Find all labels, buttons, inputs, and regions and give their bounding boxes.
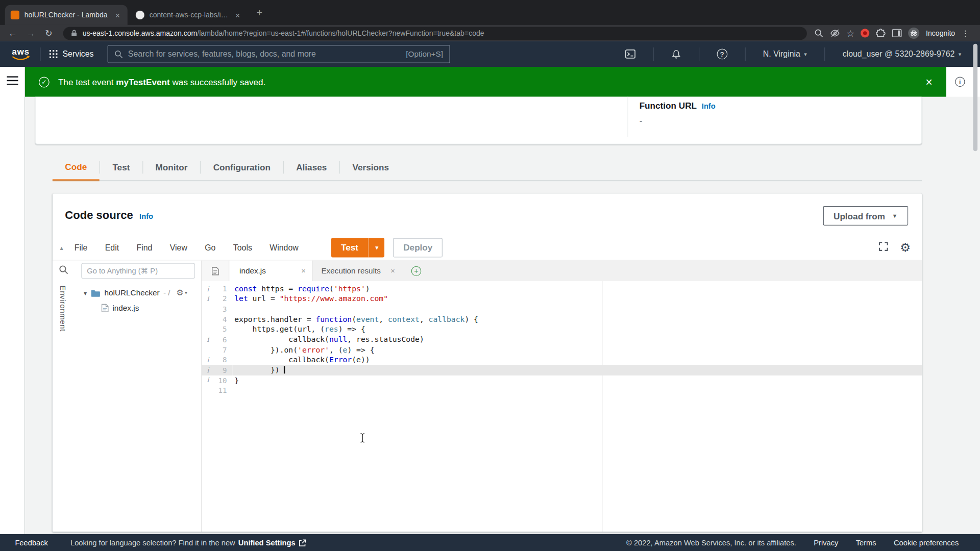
close-icon[interactable]: × bbox=[301, 266, 306, 275]
page-scrollbar[interactable] bbox=[973, 44, 978, 152]
grid-icon bbox=[50, 50, 58, 58]
close-icon[interactable]: × bbox=[390, 266, 395, 275]
lock-icon bbox=[70, 30, 77, 37]
url-path: /lambda/home?region=us-east-1#/functions… bbox=[197, 30, 484, 37]
terminal-icon bbox=[625, 49, 635, 59]
fullscreen-icon[interactable] bbox=[878, 241, 889, 254]
tree-folder-holurlchecker[interactable]: ▾ holURLChecker - / bbox=[84, 289, 170, 297]
editor-menubar: ▴ File Edit Find View Go Tools Window Te… bbox=[53, 235, 922, 260]
divider bbox=[627, 97, 628, 137]
zoom-icon[interactable] bbox=[815, 29, 824, 38]
bookmark-star-icon[interactable]: ☆ bbox=[846, 29, 854, 38]
divider bbox=[699, 47, 699, 61]
tree-file-indexjs[interactable]: index.js bbox=[101, 304, 139, 312]
tab-monitor[interactable]: Monitor bbox=[143, 154, 200, 181]
browser-menu-icon[interactable]: ⋮ bbox=[961, 29, 969, 38]
unified-settings-link[interactable]: Unified Settings bbox=[238, 538, 296, 547]
account-menu[interactable]: cloud_user @ 5320-2869-9762 ▾ bbox=[834, 49, 970, 59]
menu-window[interactable]: Window bbox=[270, 243, 299, 252]
info-link[interactable]: Info bbox=[139, 212, 153, 220]
success-flashbar: ✓ The test event myTestEvent was success… bbox=[25, 67, 946, 97]
side-panel-icon[interactable] bbox=[892, 29, 902, 37]
chevron-down-icon: ▾ bbox=[185, 290, 187, 295]
region-selector[interactable]: N. Virginia ▾ bbox=[754, 49, 816, 59]
test-button[interactable]: Test ▾ bbox=[331, 238, 384, 257]
feedback-button[interactable]: Feedback bbox=[15, 538, 48, 547]
tab-close-icon[interactable]: × bbox=[233, 10, 242, 19]
goto-anything-input[interactable] bbox=[81, 263, 195, 279]
reload-icon[interactable]: ↻ bbox=[42, 28, 55, 38]
search-placeholder: Search for services, features, blogs, do… bbox=[128, 49, 401, 59]
function-url-label: Function URL bbox=[640, 101, 697, 111]
console-footer: Feedback Looking for language selection?… bbox=[0, 534, 980, 551]
help-button[interactable]: ? bbox=[708, 49, 736, 60]
aws-console-header: aws Services Search for services, featur… bbox=[0, 41, 980, 67]
code-editor[interactable]: i1i2345i67i8i9i1011 const https = requir… bbox=[202, 281, 922, 532]
eye-slash-icon[interactable] bbox=[830, 28, 840, 38]
tab-configuration[interactable]: Configuration bbox=[201, 154, 283, 181]
terms-link[interactable]: Terms bbox=[856, 538, 876, 547]
services-menu-button[interactable]: Services bbox=[50, 49, 94, 59]
hamburger-menu-icon[interactable] bbox=[7, 76, 18, 87]
cookie-preferences-link[interactable]: Cookie preferences bbox=[894, 538, 959, 547]
tab-aliases[interactable]: Aliases bbox=[284, 154, 339, 181]
puzzle-extensions-icon[interactable] bbox=[876, 28, 886, 38]
language-notice: Looking for language selection? Find it … bbox=[70, 538, 306, 547]
browser-tab-title: content-aws-ccp-labs/index.js bbox=[150, 11, 229, 19]
editor-tab-indexjs[interactable]: index.js × bbox=[229, 261, 312, 281]
new-tab-button[interactable]: + bbox=[253, 6, 266, 20]
gear-icon: ⚙ bbox=[176, 289, 183, 297]
back-icon[interactable]: ← bbox=[6, 28, 18, 38]
info-icon[interactable]: i bbox=[955, 77, 965, 87]
environment-tab[interactable]: Environment bbox=[58, 286, 67, 332]
copyright-text: © 2022, Amazon Web Services, Inc. or its… bbox=[626, 538, 796, 547]
chevron-down-icon: ▼ bbox=[892, 213, 897, 219]
gutter-rows: i1i2345i67i8i9i1011 bbox=[202, 284, 233, 396]
menu-view[interactable]: View bbox=[170, 243, 187, 252]
notifications-button[interactable] bbox=[663, 49, 690, 59]
deploy-button[interactable]: Deploy bbox=[394, 238, 443, 257]
region-label: N. Virginia bbox=[763, 49, 800, 59]
chevron-down-icon: ▾ bbox=[959, 51, 962, 57]
info-link[interactable]: Info bbox=[702, 102, 716, 111]
tab-list-button[interactable] bbox=[202, 261, 230, 281]
extension-badge-icon[interactable] bbox=[861, 29, 870, 37]
tab-test[interactable]: Test bbox=[100, 154, 142, 181]
upload-from-button[interactable]: Upload from ▼ bbox=[823, 206, 908, 226]
toolbar-actions: ☆ Incognito ⋮ bbox=[815, 28, 970, 39]
tab-code[interactable]: Code bbox=[53, 154, 100, 181]
flashbar-close-icon[interactable]: × bbox=[925, 76, 933, 88]
divider bbox=[40, 47, 40, 61]
file-tree-panel: Environment ▾ holURLChecker - / ⚙ ▾ inde… bbox=[53, 261, 202, 532]
editor-tab-execution-results[interactable]: Execution results × bbox=[312, 261, 401, 281]
incognito-avatar-icon[interactable] bbox=[909, 28, 920, 39]
folder-suffix: - / bbox=[163, 289, 170, 297]
external-link-icon bbox=[299, 539, 306, 546]
editor-settings-gear-icon[interactable]: ⚙ bbox=[900, 241, 911, 253]
menu-edit[interactable]: Edit bbox=[105, 243, 119, 252]
tab-versions[interactable]: Versions bbox=[340, 154, 401, 181]
menu-file[interactable]: File bbox=[75, 243, 88, 252]
tree-settings-button[interactable]: ⚙ ▾ bbox=[176, 289, 187, 297]
menu-find[interactable]: Find bbox=[136, 243, 152, 252]
browser-tab-lambda[interactable]: holURLChecker - Lambda × bbox=[5, 5, 128, 25]
aws-search-input[interactable]: Search for services, features, blogs, do… bbox=[107, 45, 450, 63]
aws-logo[interactable]: aws bbox=[10, 47, 32, 61]
cloudshell-button[interactable] bbox=[616, 49, 644, 59]
collapse-icon[interactable]: ▴ bbox=[60, 244, 63, 251]
menu-go[interactable]: Go bbox=[205, 243, 215, 252]
search-icon[interactable] bbox=[59, 265, 69, 277]
address-bar[interactable]: us-east-1.console.aws.amazon.com/lambda/… bbox=[63, 27, 807, 40]
document-icon bbox=[211, 266, 219, 275]
chevron-down-icon[interactable]: ▾ bbox=[84, 290, 87, 296]
aws-logo-text: aws bbox=[12, 47, 29, 56]
new-editor-tab-icon[interactable]: + bbox=[411, 266, 422, 276]
menu-tools[interactable]: Tools bbox=[233, 243, 252, 252]
privacy-link[interactable]: Privacy bbox=[814, 538, 838, 547]
tab-close-icon[interactable]: × bbox=[113, 10, 122, 19]
chevron-down-icon[interactable]: ▾ bbox=[369, 238, 385, 257]
bell-icon bbox=[671, 49, 681, 59]
forward-icon[interactable]: → bbox=[24, 28, 37, 38]
editor-tabbar: index.js × Execution results × + bbox=[202, 261, 922, 281]
browser-tab-github[interactable]: content-aws-ccp-labs/index.js × bbox=[130, 5, 248, 25]
